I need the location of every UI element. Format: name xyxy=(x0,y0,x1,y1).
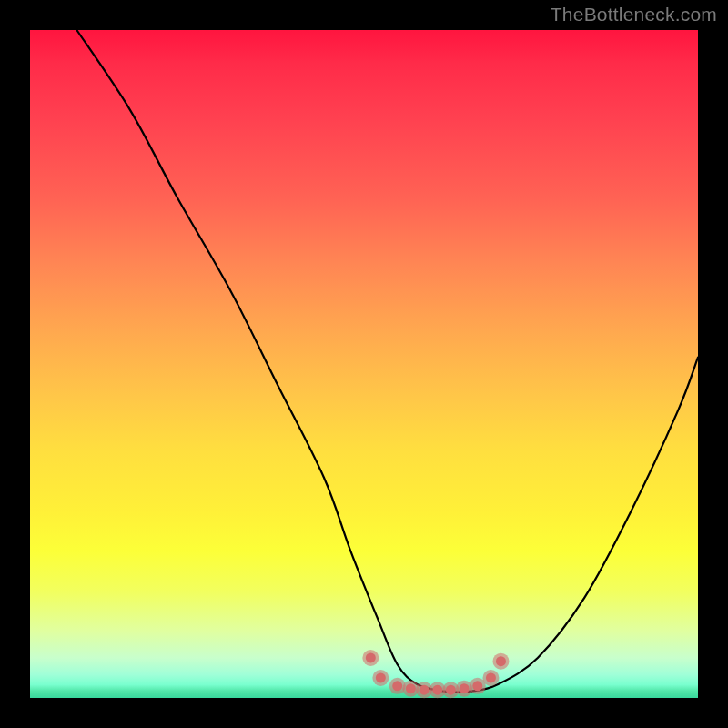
chart-svg xyxy=(30,30,698,698)
watermark-text: TheBottleneck.com xyxy=(551,4,717,25)
svg-point-11 xyxy=(432,685,442,695)
svg-point-13 xyxy=(446,685,456,695)
optimal-region-markers xyxy=(362,650,509,698)
svg-point-5 xyxy=(392,681,402,691)
svg-point-15 xyxy=(460,683,470,693)
svg-point-9 xyxy=(420,685,430,695)
svg-point-7 xyxy=(406,683,416,693)
svg-point-17 xyxy=(472,681,482,691)
svg-point-3 xyxy=(376,672,386,682)
bottleneck-curve-line xyxy=(76,30,698,693)
svg-point-21 xyxy=(496,656,506,666)
svg-point-1 xyxy=(366,652,376,662)
svg-point-19 xyxy=(486,672,496,682)
chart-plot-area xyxy=(30,30,698,698)
